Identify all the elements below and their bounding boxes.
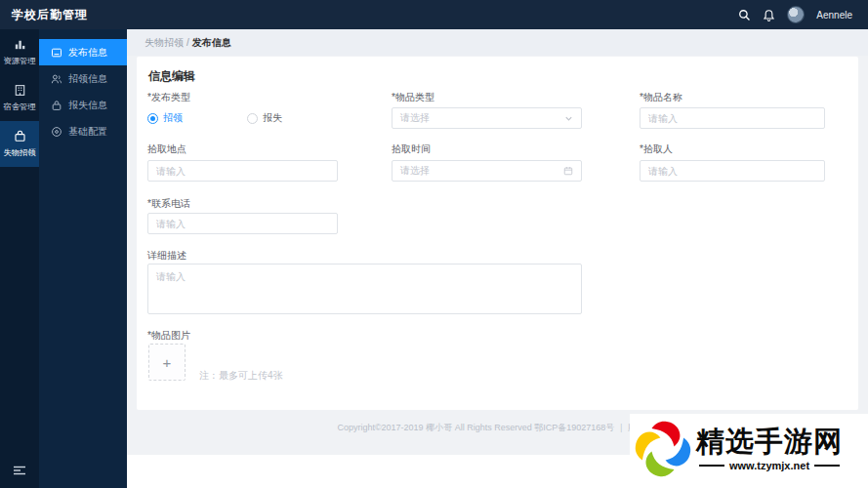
rail-item-lost-and-found[interactable]: 失物招领 — [0, 121, 39, 167]
rail-item-label: 宿舍管理 — [3, 102, 35, 113]
radio-circle-unchecked-icon — [247, 113, 258, 124]
sidebar-item-label: 基础配置 — [68, 125, 107, 139]
sidebar-item-label: 招领信息 — [68, 72, 107, 86]
upload-note: 注：最多可上传4张 — [199, 369, 283, 383]
pinwheel-logo-icon — [632, 418, 694, 480]
radio-lost-label: 报失 — [263, 111, 282, 125]
pickup-time-placeholder: 请选择 — [400, 164, 430, 178]
sidebar-item-loss-report-info[interactable]: 报失信息 — [39, 92, 127, 118]
rail-item-label: 资源管理 — [3, 56, 35, 67]
publish-icon — [51, 47, 62, 59]
pickup-person-label: *拾取人 — [640, 142, 673, 156]
item-images-label: *物品图片 — [147, 329, 190, 343]
radio-circle-checked-icon — [147, 113, 158, 124]
watermark-text: 精选手游网 www.tzymjx.net — [696, 427, 843, 471]
plus-icon: + — [163, 354, 172, 371]
breadcrumb-current: 发布信息 — [192, 36, 231, 50]
bar-chart-icon — [13, 37, 27, 52]
page-title: 信息编辑 — [148, 68, 195, 85]
collapse-menu-icon[interactable] — [0, 465, 39, 476]
contact-phone-input[interactable] — [147, 213, 338, 234]
chevron-down-icon — [564, 114, 573, 123]
radio-found-label: 招领 — [163, 111, 183, 125]
building-icon — [13, 83, 27, 98]
bell-icon[interactable] — [763, 9, 775, 21]
topbar-actions: Aennele — [738, 6, 868, 23]
watermark: 精选手游网 www.tzymjx.net — [630, 414, 868, 484]
item-name-input[interactable] — [640, 107, 825, 129]
item-name-label: *物品名称 — [640, 91, 682, 104]
contact-phone-label: *联系电话 — [147, 197, 190, 211]
username: Aennele — [816, 10, 852, 20]
upload-box[interactable]: + — [148, 344, 186, 381]
pickup-place-label: 拾取地点 — [147, 142, 186, 156]
app-window: 学校后勤管理 Aennele 资 — [0, 0, 868, 488]
breadcrumb-separator: / — [186, 37, 189, 48]
pickup-person-input[interactable] — [640, 160, 825, 182]
publish-type-radio-group: 招领 报失 — [147, 107, 282, 129]
watermark-title: 精选手游网 — [696, 427, 843, 458]
rail-item-resource-management[interactable]: 资源管理 — [0, 29, 39, 75]
item-type-placeholder: 请选择 — [400, 111, 430, 125]
sidebar-item-basic-config[interactable]: 基础配置 — [39, 118, 127, 144]
radio-lost[interactable]: 报失 — [247, 111, 282, 125]
lock-icon — [51, 100, 62, 111]
app-title: 学校后勤管理 — [0, 7, 88, 23]
sidebar-item-label: 发布信息 — [68, 46, 107, 60]
settings-icon — [51, 126, 62, 138]
rail-item-label: 失物招领 — [3, 147, 35, 159]
item-type-select[interactable]: 请选择 — [392, 107, 582, 129]
breadcrumb: 失物招领 / 发布信息 — [127, 29, 868, 56]
sidebar-item-publish-info[interactable]: 发布信息 — [39, 39, 127, 65]
pickup-place-input[interactable] — [147, 160, 338, 182]
users-icon — [51, 73, 62, 85]
breadcrumb-parent[interactable]: 失物招领 — [145, 36, 184, 50]
bag-icon — [13, 129, 27, 143]
rail-item-dormitory-management[interactable]: 宿舍管理 — [0, 75, 39, 121]
avatar[interactable] — [787, 6, 805, 23]
calendar-icon — [563, 166, 573, 176]
pickup-time-input[interactable]: 请选择 — [392, 160, 582, 182]
module-rail: 资源管理 宿舍管理 失物招领 — [0, 29, 39, 488]
form-card: 信息编辑 *发布类型 *物品类型 *物品名称 招领 报失 请选择 — [137, 57, 858, 410]
watermark-dash-right — [814, 465, 840, 467]
watermark-dash-left — [699, 465, 724, 467]
search-icon[interactable] — [738, 9, 751, 21]
publish-type-label: *发布类型 — [147, 91, 190, 104]
item-type-label: *物品类型 — [392, 91, 434, 104]
radio-found[interactable]: 招领 — [147, 111, 183, 125]
pickup-time-label: 拾取时间 — [392, 142, 431, 156]
sidebar: 发布信息 招领信息 报失信息 — [39, 29, 127, 488]
description-label: 详细描述 — [147, 249, 186, 263]
sidebar-item-label: 报失信息 — [68, 99, 107, 112]
topbar: 学校后勤管理 Aennele — [0, 0, 868, 29]
watermark-url: www.tzymjx.net — [729, 460, 809, 471]
sidebar-item-claim-info[interactable]: 招领信息 — [39, 65, 127, 92]
description-textarea[interactable] — [147, 264, 582, 314]
